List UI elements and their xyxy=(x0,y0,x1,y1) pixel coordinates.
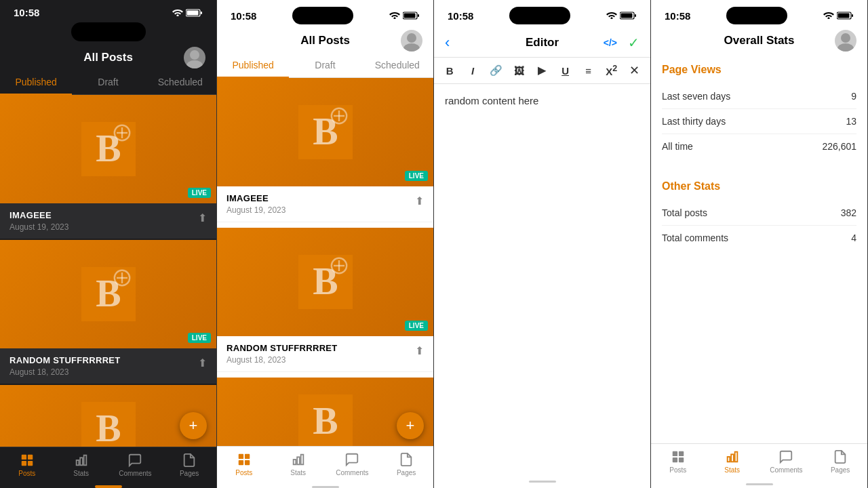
editor-content-area[interactable]: random content here xyxy=(434,84,650,481)
blog-logo-2-2: B xyxy=(217,228,433,336)
status-icons-4 xyxy=(823,12,854,20)
posts-nav-icon-2 xyxy=(237,452,252,467)
nav-stats-4[interactable]: Stats xyxy=(705,449,760,474)
post-title-1-1: IMAGEEE xyxy=(9,210,68,220)
svg-rect-23 xyxy=(83,455,86,466)
share-icon-2-2[interactable]: ⬆ xyxy=(415,344,424,357)
post-info-1-1: IMAGEEE August 19, 2023 ⬆ xyxy=(0,203,216,239)
svg-rect-52 xyxy=(852,14,853,17)
post-title-2-1: IMAGEEE xyxy=(226,193,285,203)
media-button[interactable]: ▶ xyxy=(534,64,549,77)
tab-draft-1[interactable]: Draft xyxy=(72,70,144,94)
avatar-4[interactable] xyxy=(835,30,856,52)
nav-comments-2[interactable]: Comments xyxy=(326,452,380,476)
nav-comments-1[interactable]: Comments xyxy=(108,453,163,477)
nav-posts-label-1: Posts xyxy=(18,470,35,477)
avatar-1[interactable] xyxy=(184,47,205,68)
fab-2[interactable]: + xyxy=(397,412,424,439)
nav-pages-label-2: Pages xyxy=(397,469,416,476)
comments-nav-icon-2 xyxy=(344,452,359,467)
svg-point-27 xyxy=(407,33,416,43)
post-card-1-1[interactable]: B LIVE IMAGEEE August 19, 2023 ⬆ xyxy=(0,95,216,239)
close-toolbar-button[interactable]: ✕ xyxy=(627,63,642,78)
wifi-icon-1 xyxy=(172,9,183,17)
image-button[interactable]: 🖼 xyxy=(511,65,526,77)
comments-nav-icon-4 xyxy=(778,449,793,464)
tab-published-1[interactable]: Published xyxy=(0,70,72,94)
tab-published-2[interactable]: Published xyxy=(217,53,289,77)
share-icon-1-2[interactable]: ⬆ xyxy=(198,357,207,369)
post-card-1-2[interactable]: B LIVE RANDOM STUFFRRRRET August 18, 202… xyxy=(0,240,216,384)
status-icons-2 xyxy=(389,12,420,20)
bottom-nav-2: Posts Stats Comments Pages xyxy=(217,446,433,485)
nav-pages-2[interactable]: Pages xyxy=(379,452,433,476)
page-views-section: Page Views Last seven days 9 Last thirty… xyxy=(651,53,867,169)
nav-pages-4[interactable]: Pages xyxy=(813,449,867,474)
posts-list-1: B LIVE IMAGEEE August 19, 2023 ⬆ xyxy=(0,95,216,447)
svg-rect-1 xyxy=(201,12,202,14)
back-icon[interactable]: ‹ xyxy=(445,34,450,52)
post-card-2-2[interactable]: B LIVE RANDOM STUFFRRRRET August 18, 202… xyxy=(217,228,433,372)
nav-pages-1[interactable]: Pages xyxy=(162,453,216,477)
svg-text:B: B xyxy=(96,407,121,447)
avatar-2[interactable] xyxy=(401,30,422,52)
italic-button[interactable]: I xyxy=(465,65,480,77)
svg-rect-43 xyxy=(239,460,243,465)
svg-point-54 xyxy=(841,33,850,43)
fab-1[interactable]: + xyxy=(180,412,207,439)
header-2: All Posts xyxy=(217,28,433,53)
panel-4-stats: 10:58 Overall Stats Page Views Last seve… xyxy=(651,0,868,488)
blog-logo-1-2: B xyxy=(0,240,216,348)
blog-logo-svg-2-3: B xyxy=(298,394,353,446)
post-image-1-1: B LIVE xyxy=(0,95,216,203)
nav-stats-2[interactable]: Stats xyxy=(271,452,326,476)
nav-stats-1[interactable]: Stats xyxy=(54,453,108,477)
tab-scheduled-2[interactable]: Scheduled xyxy=(361,53,433,77)
posts-nav-icon-4 xyxy=(671,449,686,464)
post-card-2-1[interactable]: B LIVE IMAGEEE August 19, 2023 ⬆ xyxy=(217,78,433,222)
svg-text:B: B xyxy=(313,400,338,442)
tab-draft-2[interactable]: Draft xyxy=(289,53,361,77)
wifi-icon-2 xyxy=(389,12,400,20)
underline-button[interactable]: U xyxy=(558,65,573,77)
post-date-1-2: August 18, 2023 xyxy=(9,367,121,377)
align-button[interactable]: ≡ xyxy=(581,65,596,77)
svg-rect-41 xyxy=(239,454,243,459)
page-title-1: All Posts xyxy=(83,51,133,64)
time-1: 10:58 xyxy=(14,7,39,18)
bold-button[interactable]: B xyxy=(442,65,457,77)
tab-scheduled-1[interactable]: Scheduled xyxy=(144,70,216,94)
comments-nav-icon-1 xyxy=(127,453,142,468)
status-bar-2: 10:58 xyxy=(217,0,433,28)
pages-nav-icon-2 xyxy=(399,452,414,467)
check-button[interactable]: ✓ xyxy=(628,35,639,51)
share-icon-1-1[interactable]: ⬆ xyxy=(198,211,207,224)
post-text-2-1: IMAGEEE August 19, 2023 xyxy=(226,193,285,215)
tabs-1: Published Draft Scheduled xyxy=(0,70,216,95)
svg-rect-56 xyxy=(673,451,677,456)
share-icon-2-1[interactable]: ⬆ xyxy=(415,195,424,207)
stat-label-total-posts: Total posts xyxy=(662,207,707,218)
nav-posts-4[interactable]: Posts xyxy=(651,449,705,474)
nav-posts-1[interactable]: Posts xyxy=(0,453,54,477)
header-4: Overall Stats xyxy=(651,28,867,53)
page-title-2: All Posts xyxy=(300,34,350,47)
stat-label-total-comments: Total comments xyxy=(662,232,728,243)
editor-toolbar: B I 🔗 🖼 ▶ U ≡ X2 ✕ xyxy=(434,58,650,84)
code-view-button[interactable]: </> xyxy=(604,37,617,48)
stat-label-last30: Last thirty days xyxy=(662,116,726,127)
nav-posts-label-2: Posts xyxy=(235,469,252,476)
svg-rect-60 xyxy=(727,457,730,462)
svg-rect-21 xyxy=(76,460,79,465)
superscript-button[interactable]: X2 xyxy=(604,64,619,77)
link-button[interactable]: 🔗 xyxy=(488,64,503,77)
nav-comments-4[interactable]: Comments xyxy=(760,449,814,474)
nav-posts-2[interactable]: Posts xyxy=(217,452,271,476)
svg-rect-53 xyxy=(838,14,850,18)
pages-nav-icon-4 xyxy=(833,449,848,464)
header-1: All Posts xyxy=(0,45,216,70)
svg-rect-45 xyxy=(293,460,296,464)
svg-rect-18 xyxy=(28,455,33,460)
svg-rect-26 xyxy=(404,14,416,18)
stat-row-last30: Last thirty days 13 xyxy=(662,109,856,134)
